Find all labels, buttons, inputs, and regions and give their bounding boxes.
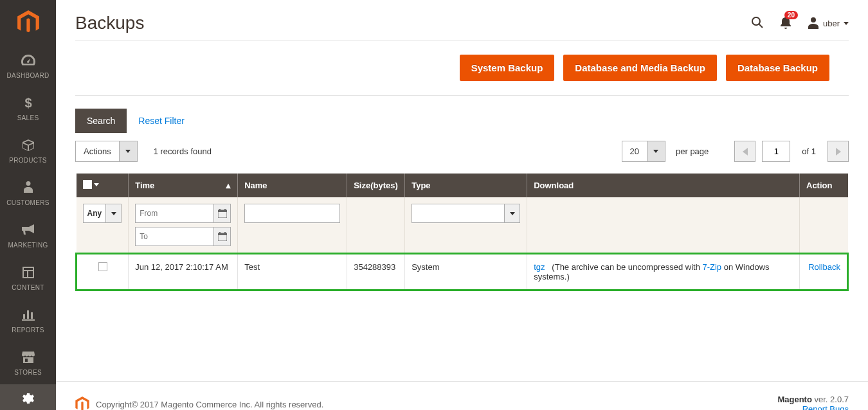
nav-stores[interactable]: STORES [0, 342, 56, 384]
megaphone-icon [21, 222, 35, 238]
cell-download: tgz (The archive can be uncompressed wit… [527, 254, 800, 290]
page-of-label: of 1 [802, 147, 816, 156]
svg-rect-3 [219, 209, 221, 211]
user-menu[interactable]: uber [808, 17, 849, 29]
dollar-icon: $ [24, 94, 33, 111]
footer-version: ver. 2.0.7 [812, 395, 849, 404]
store-icon [22, 349, 35, 366]
nav-label: SALES [17, 114, 39, 121]
chevron-down-icon [504, 204, 520, 222]
search-icon[interactable] [751, 16, 764, 31]
per-page-label: per page [676, 147, 709, 156]
chevron-down-icon [94, 183, 99, 186]
page-footer: Copyright© 2017 Magento Commerce Inc. Al… [56, 381, 868, 410]
svg-text:$: $ [24, 96, 32, 110]
main-content: Backups 20 uber System Backup Database a… [56, 0, 868, 410]
col-size-header[interactable]: Size(bytes) [347, 174, 405, 197]
chevron-down-icon [119, 141, 137, 161]
nav-reports[interactable]: REPORTS [0, 299, 56, 342]
page-number-input[interactable] [762, 141, 790, 162]
prev-page-button[interactable] [734, 141, 755, 162]
calendar-icon[interactable] [213, 227, 230, 245]
gear-icon [22, 391, 35, 408]
dropdown-label: Actions [76, 147, 119, 156]
copyright-text: Copyright© 2017 Magento Commerce Inc. Al… [96, 400, 323, 409]
box-icon [22, 137, 35, 154]
chevron-down-icon [844, 22, 849, 25]
user-icon [808, 17, 819, 29]
page-title: Backups [75, 13, 144, 33]
report-bugs-link[interactable]: Report Bugs [802, 404, 849, 410]
page-size-dropdown[interactable]: 20 [622, 141, 665, 162]
chevron-down-icon [647, 141, 665, 161]
reset-filter-link[interactable]: Reset Filter [138, 116, 185, 126]
calendar-icon[interactable] [213, 204, 230, 222]
col-action-header[interactable]: Action [800, 174, 848, 197]
chevron-down-icon [105, 204, 121, 222]
nav-marketing[interactable]: MARKETING [0, 215, 56, 257]
nav-label: REPORTS [12, 326, 44, 334]
gauge-icon [21, 52, 35, 69]
chevron-right-icon [836, 148, 841, 156]
nav-label: CONTENT [12, 284, 44, 291]
mass-actions-dropdown[interactable]: Actions [75, 141, 138, 162]
nav-label: CUSTOMERS [6, 199, 49, 206]
grid-toolbar: Actions 1 records found 20 per page of 1 [56, 133, 868, 174]
action-bar: System Backup Database and Media Backup … [75, 40, 849, 96]
col-name-header[interactable]: Name [238, 174, 347, 197]
cell-time: Jun 12, 2017 2:10:17 AM [129, 254, 238, 290]
table-row: Jun 12, 2017 2:10:17 AM Test 354288393 S… [77, 254, 848, 290]
notifications-button[interactable]: 20 [780, 16, 791, 31]
download-ext-link[interactable]: tgz [534, 262, 545, 272]
records-found-label: 1 records found [154, 147, 212, 156]
nav-customers[interactable]: CUSTOMERS [0, 172, 56, 215]
page-size-value: 20 [622, 147, 647, 156]
next-page-button[interactable] [827, 141, 849, 162]
sidebar: DASHBOARD $ SALES PRODUCTS CUSTOMERS MAR… [0, 0, 56, 410]
nav-sales[interactable]: $ SALES [0, 87, 56, 130]
svg-rect-8 [224, 232, 226, 234]
user-name: uber [823, 19, 840, 28]
magento-logo-icon [75, 397, 89, 410]
cell-name: Test [238, 254, 347, 290]
cell-type: System [405, 254, 527, 290]
sort-asc-icon [226, 181, 231, 190]
sevenzip-link[interactable]: 7-Zip [702, 262, 721, 272]
filter-name[interactable] [244, 204, 340, 223]
nav-system[interactable]: SYSTEM [0, 384, 56, 410]
col-type-header[interactable]: Type [405, 174, 527, 197]
layout-icon [23, 264, 34, 281]
filter-select-all[interactable]: Any [83, 204, 122, 223]
nav-content[interactable]: CONTENT [0, 257, 56, 299]
nav-dashboard[interactable]: DASHBOARD [0, 45, 56, 87]
footer-brand: Magento [777, 395, 811, 404]
cell-size: 354288393 [347, 254, 405, 290]
nav-label: STORES [14, 369, 42, 376]
chevron-left-icon [743, 148, 748, 156]
page-header: Backups 20 uber [56, 0, 868, 40]
notification-count: 20 [784, 11, 798, 19]
filter-type-select[interactable] [411, 204, 520, 223]
bar-chart-icon [22, 307, 35, 323]
db-media-backup-button[interactable]: Database and Media Backup [563, 55, 717, 81]
db-backup-button[interactable]: Database Backup [726, 55, 829, 81]
rollback-link[interactable]: Rollback [808, 262, 840, 272]
filter-toolbar: Search Reset Filter [56, 109, 868, 133]
nav-products[interactable]: PRODUCTS [0, 130, 56, 172]
magento-logo[interactable] [0, 0, 56, 45]
nav-label: DASHBOARD [6, 72, 49, 79]
nav-label: PRODUCTS [9, 157, 47, 164]
svg-rect-7 [219, 232, 221, 234]
col-select-header[interactable] [77, 174, 129, 197]
grid-table: Time Name Size(bytes) Type Download Acti… [56, 174, 868, 291]
person-icon [24, 179, 33, 196]
col-download-header[interactable]: Download [527, 174, 800, 197]
system-backup-button[interactable]: System Backup [460, 55, 555, 81]
search-button[interactable]: Search [75, 109, 127, 133]
row-checkbox[interactable] [98, 262, 107, 271]
nav-label: MARKETING [8, 242, 48, 249]
col-time-header[interactable]: Time [129, 174, 238, 197]
svg-rect-4 [224, 209, 226, 211]
